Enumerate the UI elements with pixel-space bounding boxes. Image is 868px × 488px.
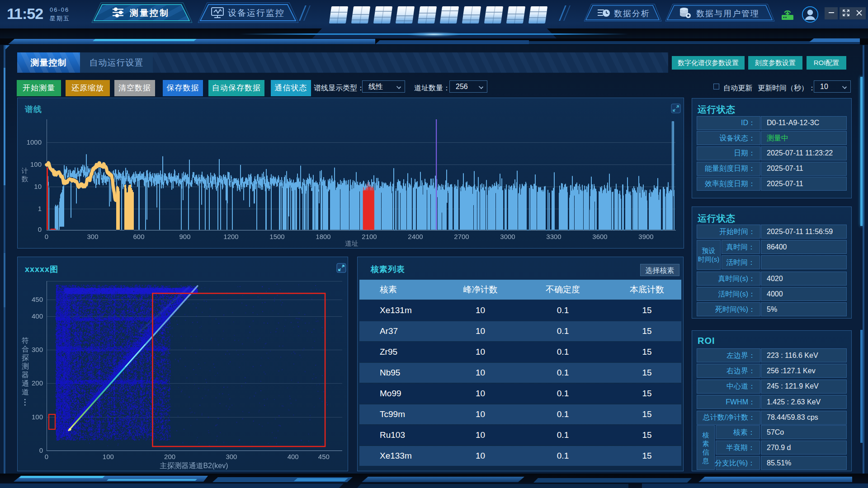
svg-text:数据分析: 数据分析 [614,9,650,18]
svg-text:设备运行监控: 设备运行监控 [228,8,285,18]
svg-text:数据与用户管理: 数据与用户管理 [696,9,760,18]
svg-text:测量控制: 测量控制 [129,8,170,18]
